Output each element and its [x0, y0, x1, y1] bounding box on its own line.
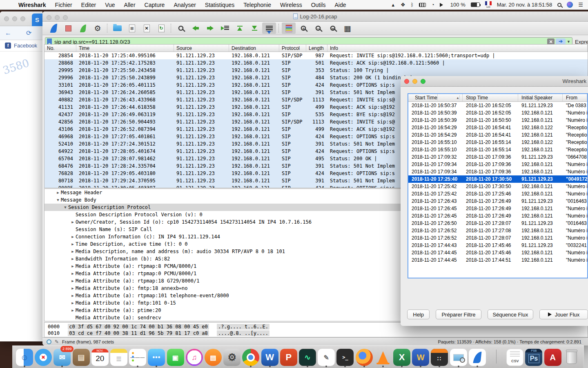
expand-arrow-icon[interactable]: ▶	[70, 270, 76, 277]
siri-icon[interactable]	[567, 2, 573, 8]
restart-capture-button[interactable]	[76, 22, 90, 34]
play-streams-button[interactable]: Jouer Flux	[539, 310, 588, 319]
voip-call-row[interactable]: 2018-11-20 16:55:10 2018-11-20 16:55:14 …	[408, 146, 587, 153]
dock-terminal[interactable]: >_	[336, 348, 354, 367]
dock-excel[interactable]: X	[393, 348, 411, 367]
save-file-button[interactable]: ▦	[125, 22, 139, 34]
menu-item[interactable]: Fichier	[51, 2, 77, 8]
next-packet-button[interactable]	[203, 22, 217, 34]
filter-dropdown-caret[interactable]: ▼	[567, 40, 570, 44]
prepare-filter-button[interactable]: Préparer Filtre	[436, 310, 481, 319]
zoom-reset-button[interactable]: =	[326, 22, 340, 34]
expand-arrow-icon[interactable]	[70, 226, 76, 233]
flow-sequence-button[interactable]: Séquence Flux	[488, 310, 533, 319]
capture-options-button[interactable]: ⚙	[91, 22, 105, 34]
expand-arrow-icon[interactable]: ▶	[55, 189, 61, 196]
expand-arrow-icon[interactable]: ▶	[70, 292, 76, 299]
capture-comment-icon[interactable]: ✎	[55, 339, 59, 345]
dropbox-icon[interactable]: ❖	[401, 2, 405, 8]
voip-call-row[interactable]: 2018-11-20 17:09:34 2018-11-20 17:09:36 …	[408, 161, 587, 168]
expand-arrow-icon[interactable]: ▼	[55, 196, 61, 204]
open-file-button[interactable]	[110, 22, 124, 34]
voip-call-row[interactable]: 2018-11-20 17:44:43 2018-11-20 17:45:46 …	[408, 242, 587, 249]
find-packet-button[interactable]	[174, 22, 188, 34]
dock-itunes[interactable]: ♫	[185, 348, 203, 367]
bookmark-facebook[interactable]: Facebook	[14, 43, 37, 49]
voip-call-row[interactable]: 2018-11-20 17:09:32 2018-11-20 17:09:36 …	[408, 153, 587, 161]
menu-item[interactable]: Aide	[330, 2, 350, 8]
voip-dialog-titlebar[interactable]: Wireshark	[401, 76, 588, 87]
voip-call-row[interactable]: 2018-11-20 17:26:50 2018-11-20 17:28:07 …	[408, 220, 587, 227]
input-language-flag[interactable]: 123	[485, 1, 492, 8]
menu-item[interactable]: Vue	[100, 2, 119, 8]
menu-item[interactable]: Capture	[140, 2, 169, 8]
expand-arrow-icon[interactable]: ▶	[70, 248, 76, 255]
voip-call-row[interactable]: 2018-11-20 16:50:39 2018-11-20 16:52:05 …	[408, 109, 587, 117]
expand-arrow-icon[interactable]	[70, 211, 76, 218]
voip-call-row[interactable]: 2018-11-20 17:26:52 2018-11-20 17:28:07 …	[408, 234, 587, 242]
dock-ibooks[interactable]: ▤	[204, 348, 222, 367]
menu-item[interactable]: Analyser	[169, 2, 200, 8]
goto-packet-button[interactable]	[218, 22, 232, 34]
voip-call-row[interactable]: 2018-11-20 16:50:37 2018-11-20 16:52:05 …	[408, 102, 587, 109]
expand-arrow-icon[interactable]: ▶	[70, 233, 76, 240]
menu-clock[interactable]: Mar. 20 nov. à 18:51:58	[497, 2, 552, 8]
voip-call-row[interactable]: 2018-11-20 17:25:42 2018-11-20 17:30:50 …	[408, 183, 587, 190]
expand-arrow-icon[interactable]: ▶	[70, 299, 76, 307]
dock-system-preferences[interactable]: ⚙	[223, 348, 241, 367]
resize-columns-button[interactable]: ▦	[341, 22, 354, 34]
autoscroll-toggle[interactable]	[262, 22, 276, 34]
expand-arrow-icon[interactable]: ▼	[62, 204, 68, 211]
expand-arrow-icon[interactable]: ▶	[70, 277, 76, 285]
sync-icon[interactable]: ◔	[431, 2, 434, 8]
toolbar-separator[interactable]	[277, 22, 281, 34]
menu-item[interactable]: Editer	[77, 2, 101, 8]
wireshark-titlebar[interactable]: Log-20-16.pcap	[42, 11, 588, 22]
start-capture-button[interactable]	[47, 22, 60, 34]
volume-icon[interactable]	[440, 3, 445, 7]
voip-call-row[interactable]: 2018-11-20 17:26:52 2018-11-20 17:27:08 …	[408, 227, 587, 234]
dock-contacts[interactable]: ▤	[72, 348, 90, 367]
reload-button[interactable]: ⟳	[26, 29, 31, 37]
expand-arrow-icon[interactable]: ▶	[70, 255, 76, 263]
dock-facetime[interactable]: ▣	[167, 348, 185, 367]
dock-powerpoint[interactable]: P	[280, 348, 298, 367]
zoom-out-button[interactable]: −	[311, 22, 325, 34]
stop-capture-button[interactable]	[61, 22, 75, 34]
spotlight-icon[interactable]	[557, 3, 561, 7]
menu-wireshark[interactable]: Wireshark	[14, 2, 51, 8]
close-file-button[interactable]: ✕	[140, 22, 154, 34]
voip-call-row[interactable]: 2018-11-20 16:54:29 2018-11-20 16:54:41 …	[408, 131, 587, 139]
voip-call-row[interactable]: 2018-11-20 16:54:29 2018-11-20 16:54:41 …	[408, 124, 587, 131]
expand-arrow-icon[interactable]: ▶	[70, 263, 76, 270]
dock-notes[interactable]: ☰	[110, 348, 128, 367]
dock-csv-file[interactable]: CSV	[506, 348, 524, 367]
notification-center-icon[interactable]: ☰	[578, 2, 583, 8]
last-packet-button[interactable]	[247, 22, 261, 34]
dock-acrobat[interactable]: A	[544, 348, 562, 367]
dock-photoshop-file[interactable]: PSB Ps	[525, 348, 543, 367]
dock-reminders[interactable]: ———	[129, 348, 147, 367]
zoom-in-button[interactable]: +	[296, 22, 310, 34]
dock-separator[interactable]	[487, 348, 505, 367]
reload-file-button[interactable]: ↻	[154, 22, 168, 34]
dock-mail[interactable]: 2 899 ✉	[53, 348, 71, 367]
toolbar-separator[interactable]	[105, 22, 109, 34]
packet-row[interactable]: 29995 2018-11-20 17:25:50.243458 91.121.…	[45, 67, 588, 74]
expand-arrow-icon[interactable]: ▶	[70, 218, 76, 226]
voip-call-row[interactable]: 2018-11-20 17:26:45 2018-11-20 17:26:49 …	[408, 212, 587, 220]
dock-wireshark[interactable]	[468, 348, 486, 367]
previous-packet-button[interactable]	[189, 22, 203, 34]
packet-list-header[interactable]: No. Time Source Destination Protocol Len…	[45, 45, 588, 52]
expand-arrow-icon[interactable]	[70, 314, 76, 321]
bluetooth-icon[interactable]: ᛒ	[411, 2, 414, 8]
expand-arrow-icon[interactable]: ▶	[70, 285, 76, 292]
voip-call-row[interactable]: 2018-11-20 17:09:34 2018-11-20 17:09:36 …	[408, 168, 587, 175]
colorize-toggle[interactable]	[282, 22, 296, 34]
voip-call-row[interactable]: 2018-11-20 16:55:10 2018-11-20 16:55:14 …	[408, 139, 587, 146]
menu-item[interactable]: Telephonie	[239, 2, 276, 8]
packet-row[interactable]: 28868 2018-11-20 17:25:42.175283 91.121.…	[45, 59, 588, 67]
expand-arrow-icon[interactable]: ▶	[70, 240, 76, 248]
packet-row[interactable]: 28854 2018-11-20 17:25:40.995106 91.121.…	[45, 52, 588, 59]
dock-firefox[interactable]	[355, 348, 373, 367]
